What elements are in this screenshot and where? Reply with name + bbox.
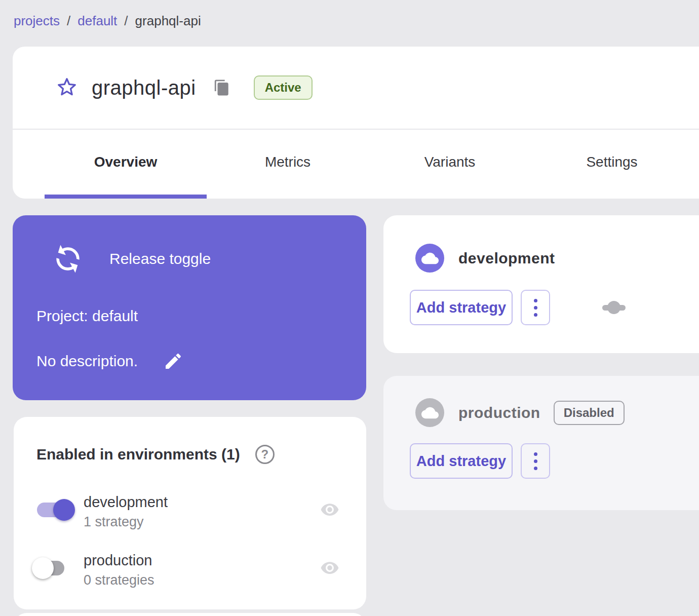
feature-description-row: No description. <box>36 351 183 371</box>
tab-overview[interactable]: Overview <box>45 130 207 195</box>
environment-switch-development[interactable] <box>37 499 75 521</box>
environment-avatar <box>415 398 444 427</box>
breadcrumb-separator: / <box>67 13 70 29</box>
environment-name: production <box>458 404 540 421</box>
copy-icon <box>213 79 230 96</box>
release-toggle-icon <box>51 242 85 276</box>
feature-project-label: Project: default <box>36 307 138 325</box>
feature-overview-page: projects / default / graphql-api graphql… <box>0 0 699 616</box>
status-badge: Active <box>254 75 313 100</box>
environment-strategy-count: 0 strategies <box>84 572 154 588</box>
active-tab-indicator <box>45 195 207 199</box>
environment-avatar <box>415 244 444 273</box>
tab-metrics[interactable]: Metrics <box>207 130 369 195</box>
feature-header-card: graphql-api Active Overview Metrics Vari… <box>13 47 699 199</box>
breadcrumb-projects-link[interactable]: projects <box>14 13 60 29</box>
panel-header: Enabled in environments (1) ? <box>36 445 275 464</box>
environment-header: production Disabled <box>415 398 625 427</box>
environment-name: development <box>458 250 555 267</box>
disabled-badge: Disabled <box>554 401 625 425</box>
feature-header-row: graphql-api Active <box>13 47 699 129</box>
environment-actions: Add strategy <box>410 290 550 325</box>
visibility-eye-icon <box>318 558 342 578</box>
environment-menu-button[interactable] <box>521 443 550 479</box>
cloud-icon <box>421 404 439 421</box>
feature-type-label: Release toggle <box>109 250 211 267</box>
tab-settings[interactable]: Settings <box>531 130 693 195</box>
environment-menu-button[interactable] <box>521 290 550 325</box>
feature-description: No description. <box>36 353 138 370</box>
environment-header: development <box>415 244 555 273</box>
edit-pencil-icon <box>163 351 183 371</box>
tab-variants[interactable]: Variants <box>369 130 531 195</box>
breadcrumb-separator: / <box>124 13 128 29</box>
environment-toggle-development[interactable] <box>602 299 626 316</box>
environment-strategy-count: 1 strategy <box>84 514 144 530</box>
add-strategy-button[interactable]: Add strategy <box>410 290 513 325</box>
star-icon <box>55 76 79 99</box>
edit-description-button[interactable] <box>163 351 183 371</box>
page-title: graphql-api <box>92 76 196 99</box>
add-strategy-button[interactable]: Add strategy <box>410 443 513 479</box>
panel-title: Enabled in environments (1) <box>36 446 240 463</box>
environment-switch-production[interactable] <box>32 557 70 579</box>
environment-row-name: production <box>84 552 152 569</box>
cloud-icon <box>421 250 439 267</box>
feature-type-row: Release toggle <box>51 242 211 276</box>
enabled-environments-panel: Enabled in environments (1) ? developmen… <box>14 417 366 609</box>
favorite-button[interactable] <box>55 76 79 99</box>
visibility-eye-icon <box>318 500 342 519</box>
kebab-icon <box>534 299 537 302</box>
copy-name-button[interactable] <box>213 79 230 96</box>
environment-card-production: production Disabled Add strategy <box>383 376 699 510</box>
breadcrumb-default-link[interactable]: default <box>77 13 117 29</box>
next-panel-peek <box>14 613 366 616</box>
environment-row-production: production 0 strategies <box>14 552 366 593</box>
environment-row-name: development <box>84 494 168 511</box>
feature-summary-card: Release toggle Project: default No descr… <box>13 215 366 400</box>
breadcrumb: projects / default / graphql-api <box>14 13 201 29</box>
help-icon[interactable]: ? <box>255 445 275 464</box>
environment-actions: Add strategy <box>410 443 550 479</box>
breadcrumb-current: graphql-api <box>135 13 201 29</box>
environment-card-development: development Add strategy <box>383 215 699 353</box>
environment-row-development: development 1 strategy <box>14 494 366 534</box>
feature-tabs: Overview Metrics Variants Settings <box>45 130 693 195</box>
kebab-icon <box>534 452 537 456</box>
